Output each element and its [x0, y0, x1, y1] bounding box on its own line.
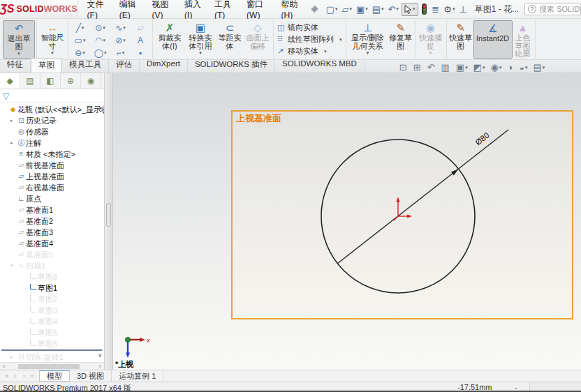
new-document-icon[interactable]: ▢▾: [325, 4, 339, 15]
surface-offset-button[interactable]: ◇ 曲面上偏移: [244, 20, 272, 59]
section-view-icon[interactable]: ▥: [441, 62, 450, 73]
instant2d-button[interactable]: ∡ Instant2D: [473, 20, 513, 59]
dimxpertmanager-tab-icon[interactable]: ⊕: [61, 73, 81, 89]
tree-item[interactable]: 草图4: [0, 316, 104, 327]
tree-item[interactable]: 草图3: [0, 305, 104, 316]
command-tab[interactable]: DimXpert: [140, 58, 188, 73]
view-orientation-icon[interactable]: ▣▾: [456, 62, 468, 73]
panel-splitter[interactable]: [105, 73, 113, 370]
tree-item[interactable]: ▾ 扫描1: [0, 260, 104, 271]
tree-filter[interactable]: ▽: [0, 89, 104, 103]
rollback-bar[interactable]: [1, 349, 102, 351]
mirror-entities-button[interactable]: ◫ 镜向实体: [275, 22, 344, 33]
splitter-handle[interactable]: [106, 203, 111, 227]
tree-item[interactable]: ▸ 切除-旋转1: [0, 352, 104, 363]
previous-view-icon[interactable]: ↶: [427, 62, 436, 73]
propertymanager-tab-icon[interactable]: ▤: [20, 73, 41, 89]
measure-button[interactable]: ⊥: [457, 4, 468, 15]
tree-item[interactable]: ▸ 注解: [0, 137, 104, 149]
point-tool-icon[interactable]: ▪: [131, 48, 151, 58]
search-box[interactable]: ? 搜索 SOLIDW...: [524, 3, 581, 15]
move-entities-button[interactable]: ↗ 移动实体 ▾: [275, 45, 344, 57]
tree-item[interactable]: 草图6: [0, 338, 104, 349]
command-tab[interactable]: 评估: [109, 58, 140, 73]
undo-icon[interactable]: ↶▾: [387, 4, 400, 15]
bottom-tab[interactable]: 运动算例 1: [112, 370, 163, 382]
edit-appearance-icon[interactable]: ◑: [507, 62, 513, 73]
command-tab[interactable]: 模具工具: [62, 58, 109, 73]
plane-label: 上视基准面: [236, 113, 281, 123]
open-icon[interactable]: ▱▾: [340, 4, 353, 15]
plane-tool-icon[interactable]: ▱: [131, 23, 151, 33]
tree-item[interactable]: 草图1: [0, 282, 104, 294]
tree-item[interactable]: 右视基准面: [0, 182, 104, 193]
bottom-tab[interactable]: 3D 视图: [70, 370, 112, 382]
ellipse-tool-icon[interactable]: ⊘▾: [110, 36, 131, 45]
tree-item[interactable]: 草图5: [0, 327, 104, 338]
pin-toolbar-icon[interactable]: [311, 6, 318, 13]
polygon-tool-icon[interactable]: ◯▾: [90, 48, 110, 58]
quick-snaps-button[interactable]: ◉ 快速捕捉 ▾: [417, 20, 445, 59]
tree-item[interactable]: 基准面2: [0, 216, 104, 227]
hide-show-items-icon[interactable]: ◉▾: [490, 62, 501, 73]
tree-horizontal-scrollbar[interactable]: ‹ ›: [0, 362, 104, 370]
options-button[interactable]: ⚙▾: [442, 4, 456, 15]
file-properties-button[interactable]: ≣: [430, 4, 441, 15]
tree-item[interactable]: 基准面4: [0, 238, 104, 249]
select-tool-button[interactable]: ▾: [402, 3, 418, 16]
tree-item[interactable]: 传感器: [0, 126, 104, 137]
save-icon[interactable]: ▣▾: [355, 4, 369, 15]
command-tab[interactable]: SOLIDWORKS 插件: [188, 58, 275, 73]
zoom-fit-icon[interactable]: ⊡: [399, 62, 408, 73]
tree-item[interactable]: ▸ 历史记录: [0, 115, 104, 126]
shaded-sketch-contours-button[interactable]: ▲ 上色草图轮廓: [513, 20, 534, 59]
tree-item[interactable]: 材质 <未指定>: [0, 149, 104, 160]
zoom-area-icon[interactable]: ⊞: [413, 62, 422, 73]
featuremanager-tab-icon[interactable]: ◆: [0, 73, 20, 89]
configurationmanager-tab-icon[interactable]: ◧: [41, 73, 61, 89]
tree-item[interactable]: 草图8: [0, 271, 104, 282]
tree-item[interactable]: 草图2: [0, 294, 104, 305]
tree-item[interactable]: 基准面1: [0, 204, 104, 216]
command-tab[interactable]: 草图: [31, 58, 62, 73]
view-settings-icon[interactable]: ▤▾: [534, 62, 545, 73]
repair-sketch-button[interactable]: ✎ 修复草图: [388, 20, 413, 59]
scrollbar-thumb[interactable]: [18, 364, 80, 369]
tree-item[interactable]: 花瓶 (默认<<默认>_显示状态 1: [0, 104, 104, 115]
rapid-sketch-button[interactable]: ✎ 快速草图: [448, 20, 473, 59]
tab-scroll-buttons[interactable]: «‹›»: [0, 370, 39, 382]
linear-pattern-button[interactable]: ⠿ 线性草图阵列 ▾: [275, 33, 344, 45]
apply-scene-icon[interactable]: ◒▾: [519, 62, 527, 73]
command-tab[interactable]: SOLIDWORKS MBD: [275, 58, 365, 73]
rectangle-tool-icon[interactable]: ▭▾: [70, 36, 90, 45]
display-style-icon[interactable]: ◩▾: [473, 62, 485, 73]
tree-item[interactable]: 基准面3: [0, 227, 104, 238]
text-tool-icon[interactable]: A: [131, 36, 151, 45]
bottom-tab[interactable]: 模型: [39, 370, 70, 382]
convert-entities-button[interactable]: ▣ 转换实体引用 ▾: [185, 20, 216, 59]
graphics-viewport[interactable]: 上视基准面 Ø80 x: [113, 73, 581, 370]
spline-tool-icon[interactable]: ∿▾: [110, 23, 131, 33]
trim-entities-button[interactable]: ✗ 剪裁实体(I): [154, 20, 185, 59]
rebuild-traffic-light-icon[interactable]: [422, 3, 427, 15]
exit-sketch-button[interactable]: ↶ 退出草图 ▾: [3, 20, 35, 59]
command-tab[interactable]: 特征: [0, 58, 31, 73]
print-icon[interactable]: ▤▾: [371, 4, 385, 15]
line-tool-icon[interactable]: ╱▾: [70, 23, 90, 33]
smart-dimension-button[interactable]: ↔ 智能尺寸 ▾: [38, 20, 66, 59]
slot-tool-icon[interactable]: ⊖▾: [70, 48, 90, 58]
tree-item[interactable]: 前视基准面: [0, 160, 104, 171]
feature-manager-panel: ◆▤◧⊕◉ ▽ 花瓶 (默认<<默认>_显示状态 1 ▸ 历史记录: [0, 73, 105, 370]
arc-tool-icon[interactable]: ◠▾: [90, 36, 110, 45]
tree-item[interactable]: 原点: [0, 193, 104, 204]
tree-scroll-up-icon[interactable]: ∧: [98, 105, 102, 112]
displaymanager-tab-icon[interactable]: ◉: [81, 73, 101, 89]
circle-tool-icon[interactable]: ⊙▾: [90, 23, 110, 33]
display-delete-relations-button[interactable]: ⊥ 显示/删除几何关系 ▾: [348, 20, 388, 59]
tree-item[interactable]: 基准面5: [0, 249, 104, 260]
tree-item[interactable]: 上视基准面: [0, 171, 104, 182]
offset-entities-button[interactable]: ⊂ 等距实体: [216, 20, 244, 59]
fillet-tool-icon[interactable]: ⌐▾: [110, 48, 131, 58]
scroll-right-icon: ›: [96, 363, 104, 370]
move-entities-icon: ↗: [277, 47, 288, 56]
